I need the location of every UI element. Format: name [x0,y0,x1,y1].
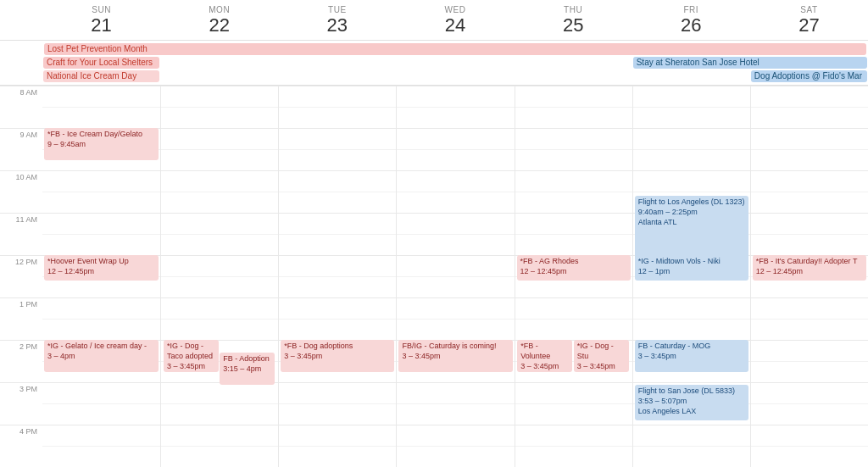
time-slot: 10 AM [0,170,42,213]
half-hour-line [515,319,632,320]
hour-line [751,340,868,341]
header-row: SUN21MON22TUE23WED24THU25FRI26SAT27 [0,0,868,41]
calendar-event[interactable]: FB/IG - Caturday is coming!3 – 3:45pm [398,340,512,372]
hour-line [751,86,868,86]
half-hour-line [161,276,278,277]
hour-line [633,297,750,298]
half-hour-line [633,107,750,108]
calendar-event[interactable]: *FB - It's Caturday!! Adopter T12 – 12:4… [753,255,866,281]
time-slot: 1 PM [0,297,42,340]
calendar-event[interactable]: *FB - Voluntee3 – 3:45pm [517,340,572,372]
time-slot: 4 PM [0,425,42,467]
calendar-event[interactable]: *IG - Dog - Stu3 – 3:45pm [574,340,629,372]
all-day-event-ice-cream[interactable]: National Ice Cream Day [43,70,159,82]
hour-line [42,213,160,214]
hour-line [279,297,396,298]
half-hour-line [279,446,396,447]
hour-line [751,128,868,129]
hour-line [515,425,632,425]
hour-line [515,86,632,86]
all-day-event-dog-adoptions[interactable]: Dog Adoptions @ Fido's Mar [751,70,867,82]
hour-line [161,255,278,256]
header-day: THU25 [515,0,632,40]
hour-line [633,170,750,171]
half-hour-line [515,192,632,192]
scrollable-body[interactable]: 8 AM9 AM10 AM11 AM12 PM1 PM2 PM3 PM4 PM5… [0,86,868,467]
half-hour-line [161,403,278,404]
hour-line [397,128,514,129]
half-hour-line [161,107,278,108]
calendar-event[interactable]: *IG - Gelato / Ice cream day -3 – 4pm [44,340,159,372]
half-hour-line [751,192,868,192]
day-column-5: Flight to Los Angeles (DL 1323)9:40am – … [632,86,750,467]
timezone-label [0,0,42,40]
hour-line [633,382,750,383]
hour-line [279,213,396,214]
all-day-label [0,41,42,85]
time-slot: 8 AM [0,86,42,128]
hour-line [42,382,160,383]
calendar-event[interactable]: FB - Caturday - MOG3 – 3:45pm [635,340,748,372]
hour-line [161,297,278,298]
calendar-event[interactable]: Flight to San Jose (DL 5833)3:53 – 5:07p… [635,385,748,420]
half-hour-line [42,107,160,108]
header-day: WED24 [396,0,514,40]
calendar-event[interactable]: *FB - AG Rhodes12 – 12:45pm [517,255,631,281]
half-hour-line [751,234,868,235]
all-day-event-lost-pet[interactable]: Lost Pet Prevention Month [44,43,866,55]
half-hour-line [397,107,514,108]
half-hour-line [397,192,514,192]
hour-line [515,170,632,171]
half-hour-line [42,446,160,447]
hour-line [397,86,514,86]
hour-line [633,128,750,129]
calendar-event[interactable]: *FB - Ice Cream Day/Gelato9 – 9:45am [44,128,159,160]
half-hour-line [515,149,632,150]
calendar-event[interactable]: *FB - Dog adoptions3 – 3:45pm [281,340,394,372]
half-hour-line [397,319,514,320]
half-hour-line [515,107,632,108]
half-hour-line [279,149,396,150]
half-hour-line [515,403,632,404]
hour-line [515,382,632,383]
hour-line [161,213,278,214]
time-slot: 9 AM [0,128,42,170]
half-hour-line [633,319,750,320]
header-day: MON22 [160,0,278,40]
calendar-event[interactable]: *IG - Dog - Taco adopted3 – 3:45pm [164,340,219,372]
hour-line [279,382,396,383]
hour-line [751,170,868,171]
half-hour-line [42,319,160,320]
hour-line [42,425,160,425]
hour-line [515,128,632,129]
all-day-event-sheraton[interactable]: Stay at Sheraton San Jose Hotel [633,57,867,69]
all-day-event-craft[interactable]: Craft for Your Local Shelters [43,57,159,69]
hour-line [633,86,750,86]
calendar-event[interactable]: *Hoover Event Wrap Up12 – 12:45pm [44,255,159,281]
hour-line [751,382,868,383]
hour-line [515,213,632,214]
hour-line [161,128,278,129]
half-hour-line [161,149,278,150]
half-hour-line [633,446,750,447]
half-hour-line [161,446,278,447]
time-slot: 3 PM [0,382,42,425]
half-hour-line [515,446,632,447]
day-column-0: *FB - Ice Cream Day/Gelato9 – 9:45am*Hoo… [42,86,160,467]
hour-line [42,170,160,171]
calendar-event[interactable]: Flight to Los Angeles (DL 1323)9:40am – … [635,196,748,259]
header-day: SUN21 [42,0,160,40]
half-hour-line [397,403,514,404]
hour-line [279,128,396,129]
half-hour-line [161,319,278,320]
calendar-container: SUN21MON22TUE23WED24THU25FRI26SAT27 Lost… [0,0,868,467]
hour-line [397,213,514,214]
calendar-event[interactable]: *IG - Midtown Vols - Niki12 – 1pm [635,255,748,281]
calendar-event[interactable]: FB - Adoption3:15 – 4pm [220,353,275,385]
hour-line [42,86,160,86]
hour-line [161,86,278,86]
day-column-2: *FB - Dog adoptions3 – 3:45pm*IG - cat a… [278,86,396,467]
time-slot: 12 PM [0,255,42,297]
hour-line [397,255,514,256]
half-hour-line [397,234,514,235]
